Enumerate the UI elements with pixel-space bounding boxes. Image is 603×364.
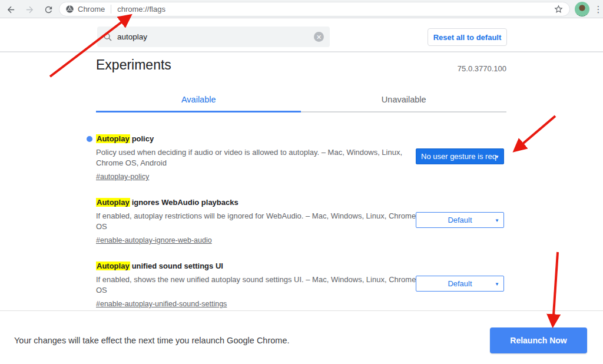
search-icon [103,32,112,42]
flag-permalink[interactable]: #enable-autoplay-unified-sound-settings [96,300,227,308]
active-tab-indicator [96,111,301,112]
back-arrow-icon [6,5,16,15]
modified-indicator-dot [87,136,92,142]
tab-unavailable[interactable]: Unavailable [302,88,507,111]
highlighted-match: Autoplay [96,134,130,143]
forward-button[interactable] [23,3,36,16]
clear-search-button[interactable]: ✕ [314,32,324,42]
browser-toolbar: Chrome chrome://flags ⋮ [0,0,603,18]
flag-permalink[interactable]: #autoplay-policy [96,173,149,181]
relaunch-now-button[interactable]: Relaunch Now [490,327,587,353]
search-box[interactable]: ✕ [97,27,330,47]
reset-all-button[interactable]: Reset all to default [428,28,507,46]
version-number: 75.0.3770.100 [96,64,506,73]
flag-description: If enabled, autoplay restrictions will b… [96,211,426,232]
flags-search-bar: ✕ Reset all to default [0,18,603,52]
omnibox[interactable]: Chrome chrome://flags [59,2,570,16]
flag-description: If enabled, shows the new unified autopl… [96,274,426,296]
profile-avatar[interactable] [575,2,589,16]
flag-description: Policy used when deciding if audio or vi… [96,147,426,168]
browser-menu-button[interactable]: ⋮ [594,2,603,16]
reload-button[interactable] [42,3,55,16]
flag-select-autoplay-webaudio[interactable]: Default ▼ [416,212,504,228]
highlighted-match: Autoplay [96,198,130,207]
search-input[interactable] [117,32,314,41]
dropdown-caret-icon: ▼ [495,213,499,227]
reload-icon [44,5,54,15]
flag-title: Autoplaypolicy [96,134,506,143]
back-button[interactable] [4,3,17,16]
forward-arrow-icon [25,5,35,15]
flag-permalink[interactable]: #enable-autoplay-ignore-web-audio [96,236,212,244]
tab-divider [301,111,506,112]
relaunch-message: Your changes will take effect the next t… [14,336,290,345]
dropdown-caret-icon: ▼ [495,276,499,291]
url-text: chrome://flags [111,5,165,14]
flag-row-autoplay-webaudio: Autoplayignores WebAudio playbacks If en… [96,198,506,245]
flag-row-autoplay-sound-settings: Autoplayunified sound settings UI If ena… [96,262,506,309]
chrome-logo-icon [65,5,74,14]
highlighted-match: Autoplay [96,262,130,270]
arrow-to-policy-dropdown [516,116,555,150]
star-icon [554,4,564,14]
flag-title: Autoplayunified sound settings UI [96,262,506,270]
flag-row-autoplay-policy: Autoplaypolicy Policy used when deciding… [96,134,506,181]
flag-title: Autoplayignores WebAudio playbacks [96,198,506,207]
chrome-flags-page: Chrome chrome://flags ⋮ ✕ Reset all to d… [0,0,603,364]
dropdown-caret-icon: ▼ [495,149,499,164]
page-badge-label: Chrome [78,5,105,14]
annotation-arrows [0,0,603,364]
page-source-chip: Chrome [65,5,111,14]
flag-select-autoplay-sound-settings[interactable]: Default ▼ [416,276,504,292]
relaunch-bar: Your changes will take effect the next t… [0,310,603,364]
tab-bar: Available Unavailable [96,88,506,111]
bookmark-star-button[interactable] [553,4,564,15]
flag-select-autoplay-policy[interactable]: No user gesture is req ▼ [416,148,504,164]
tab-available[interactable]: Available [96,88,302,111]
